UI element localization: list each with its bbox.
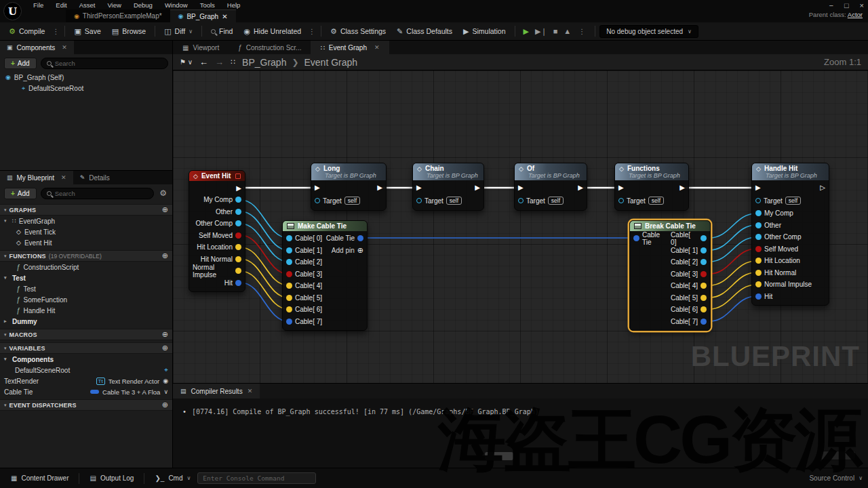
- exec-in-pin[interactable]: ▶: [315, 184, 320, 191]
- pin-self-moved[interactable]: [235, 232, 241, 239]
- pin-target[interactable]: [755, 198, 761, 203]
- pin-normal-impulse[interactable]: [755, 281, 762, 287]
- exec-out-pin[interactable]: ▶: [377, 184, 382, 191]
- pin-hit[interactable]: [235, 280, 241, 286]
- close-icon[interactable]: ✕: [222, 13, 227, 20]
- pin-cable-3[interactable]: [701, 271, 707, 277]
- section-event-dispatchers[interactable]: ▾EVENT DISPATCHERS⊕: [0, 399, 172, 411]
- eject-button[interactable]: ▲: [564, 27, 571, 35]
- self-value-box[interactable]: self: [785, 197, 801, 205]
- pin-cable-0[interactable]: [286, 235, 292, 241]
- pin-hit-normal[interactable]: [755, 270, 762, 276]
- pin-other-comp[interactable]: [235, 220, 241, 226]
- category-dummy[interactable]: ▸Dummy: [0, 316, 172, 327]
- variable-cable-tie[interactable]: Cable TieCable Tie 3 + A Floa∨: [0, 386, 172, 397]
- tab-my-blueprint[interactable]: ▥ My Blueprint✕: [0, 171, 73, 184]
- pin-cable-2[interactable]: [701, 259, 707, 265]
- console-command-input[interactable]: Enter Console Command: [197, 472, 316, 484]
- output-log-button[interactable]: ▤ Output Log: [84, 472, 139, 485]
- item-handle-hit[interactable]: ƒHandle Hit: [0, 305, 172, 316]
- pin-self-moved[interactable]: [755, 246, 762, 252]
- graph-tab-event-graph[interactable]: ∷Event Graph✕: [311, 41, 389, 54]
- browse-button[interactable]: ▤ Browse: [107, 25, 151, 38]
- event-graph-canvas[interactable]: BLUEPRINT ◇Event Hit▶My CompOtherOther C…: [173, 70, 868, 383]
- breadcrumb[interactable]: BP_Graph❯Event Graph: [242, 57, 357, 68]
- category-test[interactable]: ▾Test: [0, 272, 172, 283]
- simulation-button[interactable]: ▶ Simulation: [458, 25, 511, 38]
- exec-in-pin[interactable]: ▶: [755, 184, 761, 191]
- pin-target[interactable]: [315, 198, 320, 203]
- asset-tab-thirdpersonexamplemap[interactable]: ◉ThirdPersonExampleMap*: [66, 9, 170, 22]
- component-defaultsceneroot[interactable]: ⌖DefaultSceneRoot: [0, 83, 172, 95]
- menu-window[interactable]: Window: [159, 1, 193, 9]
- exec-in-pin[interactable]: ▶: [416, 184, 422, 191]
- add-component-button[interactable]: +Add: [4, 58, 37, 69]
- exec-in-pin[interactable]: ▶: [518, 184, 524, 191]
- item-somefunction[interactable]: ƒSomeFunction: [0, 294, 172, 305]
- menu-help[interactable]: Help: [222, 1, 246, 9]
- self-value-box[interactable]: self: [446, 197, 462, 205]
- close-icon[interactable]: ✕: [62, 44, 67, 51]
- node-long[interactable]: ◇LongTarget is BP Graph▶▶Targetself: [311, 163, 387, 211]
- graph-tab-construction-scr[interactable]: ƒConstruction Scr...: [229, 41, 311, 54]
- pin-cable-5[interactable]: [701, 295, 707, 301]
- node-functions[interactable]: ◇FunctionsTarget is BP Graph▶▶Targetself: [614, 163, 689, 211]
- pin-cable-6[interactable]: [286, 306, 292, 312]
- pin-cable-1[interactable]: [286, 247, 292, 253]
- menu-tools[interactable]: Tools: [195, 1, 220, 9]
- pin-cable-2[interactable]: [286, 259, 292, 265]
- item-eventgraph[interactable]: ▾∷EventGraph: [0, 216, 172, 226]
- pin-cable-4[interactable]: [701, 283, 707, 289]
- pin-cable-0[interactable]: [701, 235, 707, 241]
- close-button[interactable]: ×: [860, 1, 864, 9]
- play-button[interactable]: ▶: [524, 27, 529, 36]
- pin-cable-1[interactable]: [701, 247, 707, 253]
- play-options-icon[interactable]: ⋮: [577, 28, 587, 35]
- pin-target[interactable]: [416, 198, 422, 203]
- tab-details[interactable]: ✎ Details: [73, 171, 117, 184]
- node-make-cable-tie[interactable]: Make Cable TieCable[ 0]Cable TieCable[ 1…: [282, 220, 368, 331]
- frame-skip-button[interactable]: ▶❘: [535, 27, 547, 36]
- delegate-pin[interactable]: [235, 174, 241, 179]
- add-blueprint-item-button[interactable]: +Add: [4, 188, 37, 199]
- self-value-box[interactable]: self: [648, 197, 664, 205]
- graph-tab-viewport[interactable]: ▦Viewport: [173, 41, 229, 54]
- pin-cable-4[interactable]: [286, 283, 292, 289]
- pin-other[interactable]: [235, 209, 241, 215]
- menu-asset[interactable]: Asset: [74, 1, 101, 9]
- find-button[interactable]: Find: [206, 25, 237, 37]
- diff-button[interactable]: ◫ Diff∨: [159, 25, 197, 38]
- exec-out-pin[interactable]: ▶: [236, 185, 241, 192]
- section-graphs[interactable]: ▾GRAPHS⊕: [0, 204, 172, 216]
- category-components[interactable]: ▾Components: [0, 354, 172, 365]
- cmd-dropdown[interactable]: ❯_ Cmd∨: [149, 472, 196, 485]
- section-macros[interactable]: ▾MACROS⊕: [0, 329, 172, 340]
- parent-class-link[interactable]: Actor: [848, 11, 863, 18]
- pin-cable-3[interactable]: [286, 271, 292, 277]
- node-event-hit[interactable]: ◇Event Hit▶My CompOtherOther CompSelf Mo…: [189, 170, 245, 292]
- add-circle-icon[interactable]: ⊕: [162, 344, 168, 352]
- node-handle-hit[interactable]: ◇Handle HitTarget is BP Graph▶▷Targetsel…: [751, 163, 829, 306]
- add-circle-icon[interactable]: ⊕: [162, 205, 168, 214]
- node-break-cable-tie[interactable]: Break Cable TieCable TieCable[ 0]Cable[ …: [629, 220, 711, 331]
- content-drawer-button[interactable]: ▦ Content Drawer: [5, 472, 74, 485]
- menu-edit[interactable]: Edit: [50, 1, 72, 9]
- pin-cable-5[interactable]: [286, 295, 292, 301]
- maximize-button[interactable]: □: [844, 1, 849, 9]
- pin-other-comp[interactable]: [755, 234, 762, 240]
- pin-target[interactable]: [618, 198, 624, 203]
- self-value-box[interactable]: self: [344, 197, 360, 205]
- section-variables[interactable]: ▾VARIABLES⊕: [0, 342, 172, 354]
- pin-hit-location[interactable]: [235, 244, 241, 250]
- class-defaults-button[interactable]: ✎ Class Defaults: [392, 25, 457, 38]
- variable-defaultsceneroot[interactable]: DefaultSceneRoot⌖: [0, 365, 172, 375]
- exec-out-pin[interactable]: ▶: [679, 184, 685, 191]
- self-value-box[interactable]: self: [548, 197, 564, 205]
- add-pin-icon[interactable]: ⊕: [357, 246, 363, 255]
- close-icon[interactable]: ✕: [248, 388, 253, 394]
- asset-tab-bp-graph[interactable]: ◉BP_Graph✕: [170, 9, 236, 22]
- debug-object-dropdown[interactable]: No debug object selected∨: [599, 25, 698, 38]
- pin-cable-7[interactable]: [286, 319, 292, 325]
- variable-textrender[interactable]: TextRenderTtText Render Actor◉: [0, 375, 172, 386]
- pin-hit-normal[interactable]: [235, 256, 241, 262]
